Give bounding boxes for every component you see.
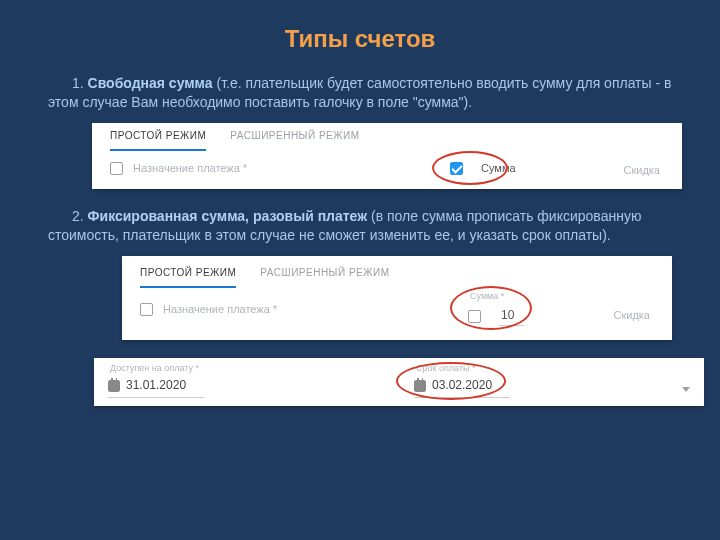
chevron-down-icon[interactable] [682,387,690,392]
amount-checkbox[interactable] [468,310,481,323]
tab-extended[interactable]: РАСШИРЕННЫЙ РЕЖИМ [260,266,389,288]
page-title: Типы счетов [40,22,680,56]
due-date-field[interactable]: Срок оплаты * 03.02.2020 [414,362,510,398]
section2-num: 2. [72,208,88,224]
due-date-label: Срок оплаты * [414,362,510,375]
available-date-field[interactable]: Доступен на оплату * 31.01.2020 [108,362,204,398]
screenshot-panel-free-amount: ПРОСТОЙ РЕЖИМ РАСШИРЕННЫЙ РЕЖИМ Назначен… [92,123,682,189]
discount-label: Скидка [624,163,661,178]
available-date-value: 31.01.2020 [126,377,186,394]
purpose-checkbox[interactable] [110,162,123,175]
section2-heading: Фиксированная сумма, разовый платеж [88,208,368,224]
discount-label: Скидка [614,308,651,323]
section1-heading: Свободная сумма [88,75,213,91]
mode-tabs: ПРОСТОЙ РЕЖИМ РАСШИРЕННЫЙ РЕЖИМ [92,123,682,151]
amount-label: Сумма * [468,290,538,303]
section1-num: 1. [72,75,88,91]
section2-text: 2. Фиксированная сумма, разовый платеж (… [40,207,680,246]
purpose-checkbox[interactable] [140,303,153,316]
tab-simple[interactable]: ПРОСТОЙ РЕЖИМ [140,266,236,288]
calendar-icon [414,380,426,392]
tab-simple[interactable]: ПРОСТОЙ РЕЖИМ [110,129,206,151]
screenshot-panel-dates: Доступен на оплату * 31.01.2020 Срок опл… [94,358,704,406]
mode-tabs: ПРОСТОЙ РЕЖИМ РАСШИРЕННЫЙ РЕЖИМ [122,256,672,288]
amount-checkbox-checked[interactable] [450,162,463,175]
due-date-value: 03.02.2020 [432,377,492,394]
section1-text: 1. Свободная сумма (т.е. плательщик буде… [40,74,680,113]
amount-label: Сумма [481,161,516,176]
tab-extended[interactable]: РАСШИРЕННЫЙ РЕЖИМ [230,129,359,151]
amount-field-group: Сумма * 10 [468,290,538,326]
calendar-icon [108,380,120,392]
purpose-label: Назначение платежа * [133,161,247,176]
purpose-label: Назначение платежа * [163,302,277,317]
amount-value[interactable]: 10 [499,307,524,327]
available-date-label: Доступен на оплату * [108,362,204,375]
screenshot-panel-fixed-amount: ПРОСТОЙ РЕЖИМ РАСШИРЕННЫЙ РЕЖИМ Назначен… [122,256,672,340]
